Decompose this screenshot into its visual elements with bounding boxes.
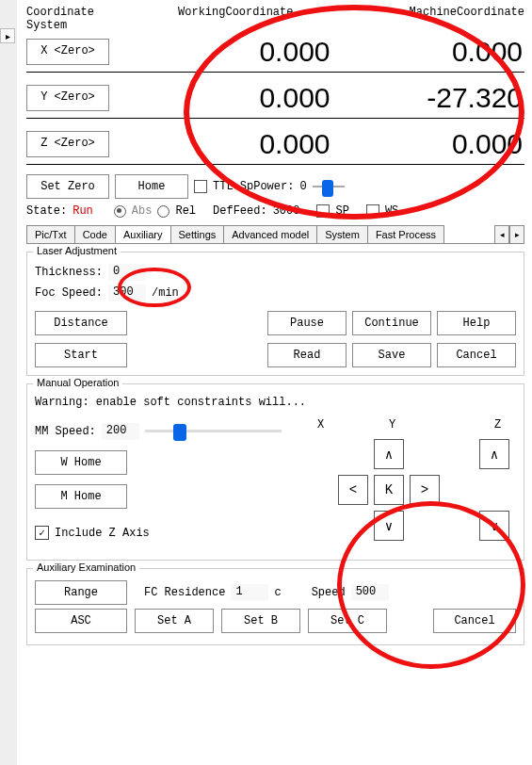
ttl-label: TTL SpPower: [213, 180, 294, 193]
ws-label: WS [385, 204, 398, 218]
x-zero-button[interactable]: X <Zero> [26, 39, 109, 65]
jog-k[interactable]: K [374, 475, 404, 505]
tab-fast-process[interactable]: Fast Process [367, 225, 444, 243]
continue-button[interactable]: Continue [352, 311, 431, 335]
y-working-value: 0.000 [139, 82, 332, 114]
w-home-button[interactable]: W Home [35, 450, 127, 475]
pad-z-label: Z [494, 418, 501, 431]
working-coord-header: WorkingCoordinate [139, 6, 332, 32]
jog-y-plus[interactable]: ∧ [374, 439, 404, 469]
aux-examination-section: Auxiliary Examination Range FC Residence… [26, 568, 524, 645]
divider [26, 164, 524, 165]
y-machine-value: -27.320 [332, 82, 525, 114]
include-z-checkbox[interactable]: ✓ [35, 526, 49, 540]
tab-system[interactable]: System [316, 225, 368, 243]
z-working-value: 0.000 [139, 128, 332, 160]
foc-speed-input[interactable]: 300 [108, 285, 146, 301]
tab-code[interactable]: Code [74, 225, 116, 243]
fc-residence-unit: c [274, 586, 281, 599]
z-machine-value: 0.000 [332, 128, 525, 160]
x-working-value: 0.000 [139, 36, 332, 68]
manual-warning: Warning: enable soft constraints will... [35, 396, 306, 409]
set-a-button[interactable]: Set A [135, 609, 214, 633]
tab-advanced-model[interactable]: Advanced model [223, 225, 317, 243]
asc-button[interactable]: ASC [35, 609, 127, 633]
abs-label: Abs [132, 204, 153, 218]
jog-x-minus[interactable]: < [338, 475, 368, 505]
jog-pad: Y Z X ∧ < K > ∨ ∧ ∨ [317, 418, 516, 552]
manual-operation-section: Manual Operation Warning: enable soft co… [26, 383, 524, 561]
thickness-label: Thickness: [35, 266, 103, 279]
coord-system-label: Coordinate System [26, 6, 139, 32]
set-c-button[interactable]: Set C [308, 609, 387, 633]
tab-scroll-right[interactable]: ▸ [509, 225, 524, 244]
jog-y-minus[interactable]: ∨ [374, 511, 404, 541]
foc-speed-unit: /min [152, 286, 179, 300]
deffeed-value[interactable]: 3000 [273, 204, 300, 218]
rel-radio[interactable] [157, 205, 169, 218]
aux-cancel-button[interactable]: Cancel [433, 609, 516, 633]
tab-settings[interactable]: Settings [170, 225, 225, 243]
set-zero-button[interactable]: Set Zero [26, 174, 109, 199]
aux-examination-title: Auxiliary Examination [33, 562, 139, 573]
ttl-value: 0 [299, 180, 306, 193]
range-button[interactable]: Range [35, 580, 127, 605]
panel-collapse-button[interactable]: ▸ [0, 28, 15, 43]
manual-operation-title: Manual Operation [33, 377, 122, 388]
aux-speed-input[interactable]: 500 [351, 584, 389, 601]
mm-speed-input[interactable]: 200 [102, 423, 139, 440]
include-z-label: Include Z Axis [55, 527, 150, 540]
z-zero-button[interactable]: Z <Zero> [26, 131, 109, 157]
pad-x-label: X [317, 418, 324, 431]
save-button[interactable]: Save [352, 343, 431, 367]
fc-residence-label: FC Residence [144, 586, 225, 599]
foc-speed-label: Foc Speed: [35, 286, 103, 300]
tab-bar: Pic/Txt Code Auxiliary Settings Advanced… [26, 225, 494, 244]
divider [26, 118, 524, 119]
set-b-button[interactable]: Set B [221, 609, 300, 633]
cancel-button[interactable]: Cancel [437, 343, 516, 367]
deffeed-label: DefFeed: [213, 204, 267, 218]
mm-speed-slider[interactable] [145, 422, 282, 441]
laser-adjustment-title: Laser Adjustment [33, 245, 121, 256]
jog-z-minus[interactable]: ∨ [479, 511, 509, 541]
fc-residence-input[interactable]: 1 [231, 584, 268, 601]
pad-y-label: Y [389, 418, 395, 431]
sp-checkbox[interactable] [316, 204, 330, 218]
m-home-button[interactable]: M Home [35, 484, 127, 509]
mm-speed-label: MM Speed: [35, 425, 96, 438]
tab-scroll-left[interactable]: ◂ [494, 225, 509, 244]
jog-x-plus[interactable]: > [410, 475, 440, 505]
x-machine-value: 0.000 [332, 36, 525, 68]
rel-label: Rel [175, 204, 196, 218]
distance-button[interactable]: Distance [35, 311, 127, 335]
pause-button[interactable]: Pause [267, 311, 347, 335]
jog-z-plus[interactable]: ∧ [479, 439, 509, 469]
aux-speed-label: Speed [312, 586, 346, 599]
home-button[interactable]: Home [115, 174, 188, 199]
y-zero-button[interactable]: Y <Zero> [26, 85, 109, 111]
help-button[interactable]: Help [437, 311, 516, 335]
state-value: Run [73, 204, 93, 218]
sp-label: SP [335, 204, 348, 218]
start-button[interactable]: Start [35, 343, 127, 367]
ttl-power-slider[interactable] [313, 180, 345, 193]
left-sidebar-strip: ▸ [0, 0, 17, 765]
machine-coord-header: MachineCoordinate [332, 6, 525, 32]
ttl-checkbox[interactable] [194, 180, 207, 193]
thickness-input[interactable]: 0 [108, 264, 146, 281]
abs-radio[interactable] [114, 205, 126, 218]
tab-auxiliary[interactable]: Auxiliary [115, 225, 171, 243]
divider [26, 72, 524, 73]
ws-checkbox[interactable] [366, 204, 379, 218]
laser-adjustment-section: Laser Adjustment Thickness: 0 Foc Speed:… [26, 252, 524, 376]
state-label: State: [26, 204, 67, 218]
read-button[interactable]: Read [267, 343, 347, 367]
tab-pic-txt[interactable]: Pic/Txt [26, 225, 75, 243]
